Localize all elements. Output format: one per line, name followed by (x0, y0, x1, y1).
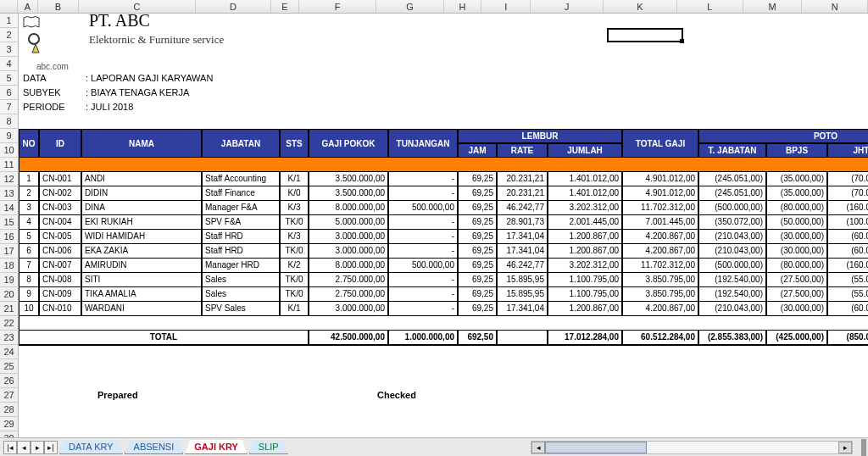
table-cell-total[interactable]: 3.850.795,00 (622, 287, 698, 302)
table-cell-jam[interactable]: 69,25 (458, 215, 497, 230)
table-cell-id[interactable]: CN-005 (39, 230, 81, 244)
table-cell-jab[interactable]: Staff Finance (202, 186, 280, 201)
table-cell-bpjs[interactable]: (30.000,00) (766, 244, 827, 259)
table-cell-jumlah[interactable]: 2.001.445,00 (548, 215, 622, 230)
table-cell-jht[interactable]: (55.000,00 (827, 273, 868, 287)
table-cell-total[interactable]: 11.702.312,00 (622, 259, 698, 273)
table-cell-sts[interactable]: K/3 (280, 230, 309, 244)
table-cell-total[interactable]: 7.001.445,00 (622, 215, 698, 230)
scroll-track[interactable] (545, 442, 838, 453)
table-cell-tunj[interactable]: - (388, 172, 458, 186)
table-cell-bpjs[interactable]: (35.000,00) (766, 186, 827, 201)
table-cell-jumlah[interactable]: 1.200.867,00 (548, 244, 622, 259)
grid-body[interactable]: PT. ABC Elektornic & Furniture service a… (19, 14, 868, 437)
table-cell-jumlah[interactable]: 1.200.867,00 (548, 230, 622, 244)
table-cell-tunj[interactable]: - (388, 230, 458, 244)
table-cell-jht[interactable]: (70.000,00 (827, 172, 868, 186)
table-cell-gaji[interactable]: 3.000.000,00 (309, 230, 388, 244)
table-cell-bpjs[interactable]: (80.000,00) (766, 201, 827, 215)
table-cell-jab[interactable]: Staff Accounting (202, 172, 280, 186)
table-cell-jab[interactable]: Manager F&A (202, 201, 280, 215)
table-cell-sts[interactable]: TK/0 (280, 215, 309, 230)
table-cell-rate[interactable]: 46.242,77 (497, 259, 548, 273)
table-cell-rate[interactable]: 46.242,77 (497, 201, 548, 215)
table-cell-gaji[interactable]: 3.500.000,00 (309, 186, 388, 201)
table-cell-jht[interactable]: (100.000,00 (827, 215, 868, 230)
scroll-left-icon[interactable]: ◂ (531, 442, 545, 453)
table-cell-no[interactable]: 10 (19, 302, 39, 316)
scroll-thumb[interactable] (545, 442, 647, 453)
table-cell-id[interactable]: CN-006 (39, 244, 81, 259)
table-cell-nama[interactable]: DINA (81, 201, 202, 215)
table-cell-rate[interactable]: 17.341,04 (497, 302, 548, 316)
table-cell-tjab[interactable]: (245.051,00) (698, 186, 766, 201)
table-cell-bpjs[interactable]: (30.000,00) (766, 230, 827, 244)
table-cell-gaji[interactable]: 3.500.000,00 (309, 172, 388, 186)
table-cell-sts[interactable]: TK/0 (280, 287, 309, 302)
table-cell-jht[interactable]: (160.000,00 (827, 201, 868, 215)
table-cell-sts[interactable]: K/0 (280, 186, 309, 201)
table-cell-sts[interactable]: K/1 (280, 172, 309, 186)
table-cell-id[interactable]: CN-001 (39, 172, 81, 186)
scroll-right-icon[interactable]: ▸ (838, 442, 852, 453)
table-cell-jam[interactable]: 69,25 (458, 302, 497, 316)
table-cell-id[interactable]: CN-010 (39, 302, 81, 316)
table-cell-rate[interactable]: 15.895,95 (497, 273, 548, 287)
table-cell-tunj[interactable]: 500.000,00 (388, 201, 458, 215)
table-cell-gaji[interactable]: 3.000.000,00 (309, 302, 388, 316)
table-cell-jumlah[interactable]: 3.202.312,00 (548, 201, 622, 215)
table-cell-jab[interactable]: Staff HRD (202, 244, 280, 259)
table-cell-gaji[interactable]: 8.000.000,00 (309, 259, 388, 273)
table-cell-total[interactable]: 3.850.795,00 (622, 273, 698, 287)
table-cell-tunj[interactable]: - (388, 215, 458, 230)
table-cell-total[interactable]: 4.200.867,00 (622, 302, 698, 316)
table-cell-jumlah[interactable]: 1.200.867,00 (548, 302, 622, 316)
table-cell-bpjs[interactable]: (50.000,00) (766, 215, 827, 230)
table-cell-tunj[interactable]: - (388, 186, 458, 201)
table-cell-total[interactable]: 4.901.012,00 (622, 186, 698, 201)
table-cell-tjab[interactable]: (350.072,00) (698, 215, 766, 230)
table-cell-jam[interactable]: 69,25 (458, 287, 497, 302)
table-cell-jht[interactable]: (55.000,00 (827, 287, 868, 302)
table-cell-tunj[interactable]: - (388, 273, 458, 287)
table-cell-jam[interactable]: 69,25 (458, 273, 497, 287)
table-cell-tjab[interactable]: (245.051,00) (698, 172, 766, 186)
table-cell-tjab[interactable]: (500.000,00) (698, 259, 766, 273)
table-cell-id[interactable]: CN-002 (39, 186, 81, 201)
table-cell-tjab[interactable]: (210.043,00) (698, 302, 766, 316)
table-cell-nama[interactable]: EKA ZAKIA (81, 244, 202, 259)
table-cell-bpjs[interactable]: (27.500,00) (766, 273, 827, 287)
table-cell-no[interactable]: 7 (19, 259, 39, 273)
table-cell-jht[interactable]: (60.000,00 (827, 244, 868, 259)
sheet-tab-slip[interactable]: SLIP (249, 440, 288, 454)
table-cell-jab[interactable]: SPV Sales (202, 302, 280, 316)
table-cell-jam[interactable]: 69,25 (458, 186, 497, 201)
table-cell-id[interactable]: CN-008 (39, 273, 81, 287)
table-cell-no[interactable]: 9 (19, 287, 39, 302)
table-cell-gaji[interactable]: 2.750.000,00 (309, 273, 388, 287)
table-cell-id[interactable]: CN-004 (39, 215, 81, 230)
table-cell-jht[interactable]: (160.000,00 (827, 259, 868, 273)
sheet-tab-gaji-kry[interactable]: GAJI KRY (185, 440, 248, 454)
table-cell-gaji[interactable]: 8.000.000,00 (309, 201, 388, 215)
table-cell-no[interactable]: 2 (19, 186, 39, 201)
table-cell-no[interactable]: 1 (19, 172, 39, 186)
table-cell-jab[interactable]: Sales (202, 287, 280, 302)
table-cell-tjab[interactable]: (210.043,00) (698, 230, 766, 244)
table-cell-sts[interactable]: K/2 (280, 259, 309, 273)
table-cell-jab[interactable]: Manager HRD (202, 259, 280, 273)
sheet-tab-absensi[interactable]: ABSENSI (125, 440, 184, 454)
table-cell-nama[interactable]: EKI RUKIAH (81, 215, 202, 230)
table-cell-total[interactable]: 4.200.867,00 (622, 244, 698, 259)
table-cell-sts[interactable]: TK/0 (280, 273, 309, 287)
table-cell-bpjs[interactable]: (35.000,00) (766, 172, 827, 186)
table-cell-nama[interactable]: AMIRUDIN (81, 259, 202, 273)
table-cell-nama[interactable]: DIDIN (81, 186, 202, 201)
table-cell-no[interactable]: 3 (19, 201, 39, 215)
table-cell-no[interactable]: 6 (19, 244, 39, 259)
table-cell-no[interactable]: 4 (19, 215, 39, 230)
table-cell-tunj[interactable]: - (388, 244, 458, 259)
table-cell-tunj[interactable]: - (388, 287, 458, 302)
table-cell-tjab[interactable]: (192.540,00) (698, 287, 766, 302)
table-cell-nama[interactable]: ANDI (81, 172, 202, 186)
